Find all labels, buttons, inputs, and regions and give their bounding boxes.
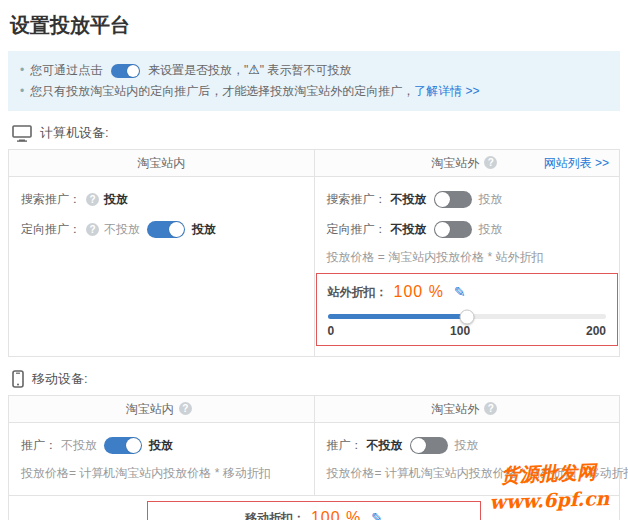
promo-toggle[interactable] — [104, 437, 142, 454]
settings-page: 设置投放平台 •您可通过点击 来设置是否投放，"⚠" 表示暂不可投放 •您只有投… — [0, 0, 628, 520]
slider-fill — [328, 314, 467, 319]
notice-line-2: •您只有投放淘宝站内的定向推广后，才能选择投放淘宝站外的定向推广，了解详情 >> — [20, 81, 608, 102]
col-header-label: 淘宝站外 — [431, 402, 479, 416]
scale-mid: 100 — [450, 324, 470, 338]
toggle-knob — [169, 222, 184, 237]
offsite-price-formula: 投放价格 = 淘宝站内投放价格 * 站外折扣 — [327, 249, 608, 267]
notice-text: " 表示暂不可投放 — [260, 63, 352, 77]
mobile-table: 淘宝站内? 淘宝站外? 推广： 不投放 投放 投放价格= 计算机淘宝站内投放价格… — [8, 395, 620, 520]
search-promo-label: 搜索推广： — [21, 191, 81, 208]
targeted-promo-toggle[interactable] — [434, 221, 472, 238]
promo-row: 推广： 不投放 投放 — [21, 435, 302, 456]
search-promo-label: 搜索推广： — [327, 191, 387, 208]
offsite-discount-slider[interactable]: 0 100 200 — [328, 314, 607, 338]
warning-icon: ⚠ — [248, 62, 260, 77]
search-promo-row: 搜索推广：? 投放 — [21, 189, 302, 210]
col-header-taobao-offsite: 淘宝站外? 网站列表 >> — [314, 150, 620, 177]
notice-text: 您只有投放淘宝站内的定向推广后，才能选择投放淘宝站外的定向推广， — [30, 84, 414, 98]
computer-onsite-cell: 搜索推广：? 投放 定向推广：? 不投放 投放 — [9, 177, 314, 356]
notice-text: 来设置是否投放，" — [148, 63, 248, 77]
col-header-label: 淘宝站外 — [431, 156, 479, 170]
slider-track[interactable] — [328, 314, 607, 319]
slider-handle[interactable] — [459, 309, 474, 324]
promo-label: 推广： — [21, 437, 57, 454]
mobile-table-head: 淘宝站内? 淘宝站外? — [9, 396, 619, 423]
search-promo-row: 搜索推广： 不投放 投放 — [327, 189, 608, 210]
slider-scale: 0 100 200 — [328, 324, 607, 338]
learn-more-link[interactable]: 了解详情 >> — [414, 84, 479, 98]
state-off-label: 不投放 — [391, 191, 427, 208]
toggle-knob — [127, 65, 139, 77]
col-header-label: 淘宝站内 — [126, 402, 174, 416]
mobile-discount-label: 移动折扣： — [245, 510, 305, 520]
computer-icon — [12, 125, 32, 142]
targeted-promo-label: 定向推广： — [327, 221, 387, 238]
computer-offsite-cell: 搜索推广： 不投放 投放 定向推广： 不投放 投放 投放价格 = 淘宝站内投放价… — [314, 177, 620, 356]
scale-min: 0 — [328, 324, 335, 338]
notice-line-1: •您可通过点击 来设置是否投放，"⚠" 表示暂不可投放 — [20, 59, 608, 81]
targeted-promo-row: 定向推广：? 不投放 投放 — [21, 219, 302, 240]
toggle-knob — [411, 438, 426, 453]
mobile-section-header: 移动设备: — [12, 370, 620, 388]
help-icon[interactable]: ? — [179, 402, 192, 415]
mobile-offsite-cell: 推广： 不投放 投放 投放价格= 计算机淘宝站内投放价格 * 站外折扣 * 移动… — [314, 423, 620, 495]
help-icon[interactable]: ? — [484, 156, 497, 169]
state-off-label: 不投放 — [391, 221, 427, 238]
col-header-label: 淘宝站内 — [137, 156, 185, 170]
page-title: 设置投放平台 — [10, 12, 620, 39]
offsite-discount-row: 站外折扣： 100 % ✎ — [328, 281, 607, 303]
computer-section-label: 计算机设备: — [40, 124, 109, 142]
mobile-discount-row: 移动折扣： 100 % ✎ 0 100 200 — [9, 495, 619, 520]
toggle-knob — [435, 192, 450, 207]
offsite-price-formula: 投放价格= 计算机淘宝站内投放价格 * 站外折扣 * 移动折扣 — [327, 465, 608, 483]
mobile-discount-value: 100 % — [311, 509, 361, 520]
promo-toggle[interactable] — [410, 437, 448, 454]
promo-row: 推广： 不投放 投放 — [327, 435, 608, 456]
annotation-box-mobile-discount: 移动折扣： 100 % ✎ 0 100 200 — [147, 501, 481, 520]
example-toggle[interactable] — [111, 64, 140, 78]
mobile-icon — [12, 370, 24, 388]
mobile-table-body: 推广： 不投放 投放 投放价格= 计算机淘宝站内投放价格 * 移动折扣 推广： … — [9, 423, 619, 495]
computer-table-head: 淘宝站内 淘宝站外? 网站列表 >> — [9, 150, 619, 177]
state-off-label: 不投放 — [367, 437, 403, 454]
notice-box: •您可通过点击 来设置是否投放，"⚠" 表示暂不可投放 •您只有投放淘宝站内的定… — [8, 51, 620, 111]
state-on-label: 投放 — [479, 191, 503, 208]
edit-icon[interactable]: ✎ — [454, 285, 466, 299]
state-on-label: 投放 — [455, 437, 479, 454]
offsite-discount-label: 站外折扣： — [328, 284, 388, 301]
scale-max: 200 — [586, 324, 606, 338]
state-on-label: 投放 — [149, 437, 173, 454]
promo-label: 推广： — [327, 437, 363, 454]
col-header-taobao-offsite: 淘宝站外? — [314, 396, 620, 423]
targeted-promo-toggle[interactable] — [147, 221, 185, 238]
toggle-knob — [126, 438, 141, 453]
bullet-icon: • — [20, 63, 24, 77]
annotation-box-offsite-discount: 站外折扣： 100 % ✎ 0 100 200 — [316, 273, 619, 346]
state-off-label: 不投放 — [61, 437, 97, 454]
col-header-taobao-onsite: 淘宝站内 — [9, 150, 314, 177]
computer-section-header: 计算机设备: — [12, 124, 620, 142]
mobile-section-label: 移动设备: — [32, 370, 88, 388]
bullet-icon: • — [20, 84, 24, 98]
search-promo-state: 投放 — [104, 191, 128, 208]
mobile-discount-header: 移动折扣： 100 % ✎ — [161, 507, 467, 520]
search-promo-toggle[interactable] — [434, 191, 472, 208]
help-icon[interactable]: ? — [86, 193, 99, 206]
help-icon[interactable]: ? — [86, 223, 99, 236]
mobile-onsite-cell: 推广： 不投放 投放 投放价格= 计算机淘宝站内投放价格 * 移动折扣 — [9, 423, 314, 495]
offsite-discount-value: 100 % — [394, 283, 444, 301]
state-off-label: 不投放 — [104, 221, 140, 238]
state-on-label: 投放 — [479, 221, 503, 238]
website-list-link[interactable]: 网站列表 >> — [544, 150, 609, 177]
help-icon[interactable]: ? — [484, 402, 497, 415]
notice-text: 您可通过点击 — [30, 63, 102, 77]
onsite-price-formula: 投放价格= 计算机淘宝站内投放价格 * 移动折扣 — [21, 465, 302, 483]
targeted-promo-row: 定向推广： 不投放 投放 — [327, 219, 608, 240]
computer-table: 淘宝站内 淘宝站外? 网站列表 >> 搜索推广：? 投放 定向推广：? 不投放 … — [8, 149, 620, 357]
toggle-knob — [435, 222, 450, 237]
targeted-promo-label: 定向推广： — [21, 221, 81, 238]
state-on-label: 投放 — [192, 221, 216, 238]
computer-table-body: 搜索推广：? 投放 定向推广：? 不投放 投放 搜索推广： 不投放 投放 — [9, 177, 619, 356]
edit-icon[interactable]: ✎ — [371, 511, 383, 520]
col-header-taobao-onsite: 淘宝站内? — [9, 396, 314, 423]
